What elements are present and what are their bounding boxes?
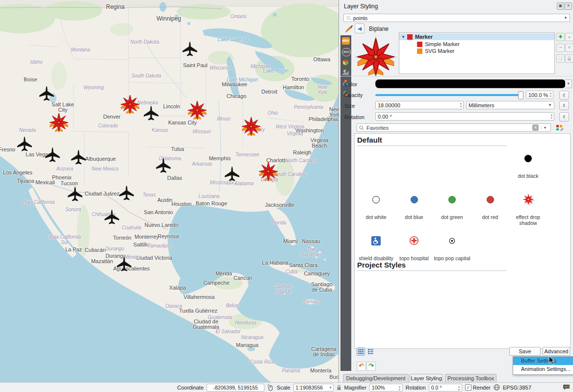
scale-lock-icon[interactable] — [337, 385, 341, 391]
mouse-tracking-icon[interactable] — [267, 384, 274, 391]
crs-value: EPSG:3857 — [503, 385, 531, 391]
topo-hospital-icon — [409, 236, 419, 245]
coordinate-label: Coordinate — [177, 385, 204, 391]
style-item-label: dot black — [509, 173, 547, 179]
style-item-effect-drop-shadow[interactable]: effect drop shadow — [509, 189, 547, 228]
rotation-data-defined-icon[interactable]: ε — [559, 112, 569, 122]
qgis-window: ReginaWinnipegSaint PaulOttawaTorontoHam… — [0, 0, 573, 392]
close-panel-icon[interactable]: ✕ — [565, 2, 572, 10]
search-icon — [359, 125, 364, 130]
color-dropdown-arrow[interactable]: ▼ — [565, 79, 572, 88]
opacity-value: 100.0 % — [528, 92, 548, 98]
search-filter-arrow-icon[interactable]: ▼ — [541, 126, 548, 129]
size-spinbox[interactable]: 18.00000 ▲▼ — [375, 101, 464, 109]
dock-tab-layer-styling[interactable]: Layer Styling — [410, 374, 443, 383]
scale-combo[interactable]: 1:19083556 ▼ — [293, 384, 334, 392]
labels-tab-icon[interactable]: abc — [342, 37, 350, 45]
spin-arrows-icon[interactable]: ▲▼ — [460, 102, 462, 108]
panel-title: Layer Styling — [344, 3, 378, 10]
opacity-spinbox[interactable]: 100.0 % ▲▼ — [526, 91, 553, 99]
icon-view-button[interactable] — [357, 347, 365, 356]
size-label: Size — [344, 103, 355, 109]
move-up-button[interactable]: ▲ — [565, 33, 573, 41]
tree-row-simple-marker[interactable]: Simple Marker — [399, 41, 572, 48]
lock-color-button[interactable] — [565, 54, 573, 63]
dock-tab-processing-toolbox[interactable]: Processing Toolbox — [445, 374, 496, 382]
symbology-tab-icon[interactable] — [344, 24, 354, 34]
style-manager-button[interactable] — [555, 123, 565, 132]
size-data-defined-icon[interactable]: ε — [559, 101, 569, 110]
back-button[interactable]: ◀ — [355, 24, 365, 33]
render-checkbox-group[interactable]: ✓ Render — [465, 384, 491, 391]
symbol-layer-tree: ▼ Marker Simple Marker SVG Marker — [399, 32, 555, 74]
float-panel-icon[interactable]: ▣ — [557, 2, 564, 10]
style-item-dot-blue[interactable]: dot blue — [395, 189, 433, 228]
advanced-button[interactable]: Advanced ▼ — [543, 347, 570, 356]
undo-button[interactable]: ↶ — [357, 362, 366, 371]
magnifier-value: 100% — [372, 385, 385, 391]
dock-tab-debugging-development-tools[interactable]: Debugging/Development Tools — [343, 374, 409, 382]
chevron-down-icon: ▼ — [564, 16, 568, 20]
magnifier-label: Magnifier — [344, 385, 366, 391]
spin-arrows-icon[interactable]: ▲▼ — [398, 385, 401, 391]
clear-search-icon[interactable]: ✕ — [532, 124, 539, 131]
crs-globe-icon[interactable] — [494, 384, 500, 391]
move-down-button[interactable]: ▼ — [565, 44, 573, 52]
opacity-slider-handle[interactable] — [518, 91, 523, 99]
expand-arrow-icon[interactable]: ▼ — [401, 35, 405, 39]
spin-arrows-icon[interactable]: ▲▼ — [549, 92, 552, 98]
tree-row-marker[interactable]: ▼ Marker — [399, 33, 554, 40]
diagrams-tab-icon[interactable] — [342, 69, 350, 76]
size-unit-value: Millimeters — [469, 102, 495, 108]
style-search-input[interactable]: Favorites ✕ ▼ — [357, 123, 551, 132]
dot-white-icon — [372, 196, 380, 203]
save-symbol-button[interactable]: Save Symbol... — [509, 347, 541, 356]
scale-label: Scale — [277, 385, 290, 391]
style-item-dot-black[interactable]: dot black — [509, 147, 547, 187]
layer-selector[interactable]: points ▼ — [343, 14, 570, 22]
shield-disability-icon — [371, 236, 381, 245]
redo-button[interactable]: ↷ — [366, 362, 376, 371]
style-item-topo-pop-capital[interactable]: topo pop capital — [433, 230, 471, 269]
rotation-status-label: Rotation — [406, 385, 426, 391]
style-item-dot-white[interactable]: dot white — [357, 189, 395, 228]
opacity-data-defined-icon[interactable]: ε — [559, 91, 569, 100]
add-symbol-layer-button[interactable]: ✚ — [556, 33, 565, 41]
style-browser: Default dot blackdot whitedot bluedot gr… — [354, 133, 571, 349]
messages-icon[interactable] — [563, 384, 570, 391]
section-title-default: Default — [357, 136, 382, 144]
chevron-down-icon: ▼ — [329, 384, 332, 391]
duplicate-button[interactable]: ❏ — [556, 54, 565, 63]
symbol-name: Biplane — [369, 25, 389, 32]
menu-item-animation-settings[interactable]: Animation Settings... — [513, 365, 573, 373]
spin-arrows-icon[interactable]: ▲▼ — [550, 113, 553, 119]
render-checkbox[interactable]: ✓ — [465, 384, 471, 391]
remove-symbol-layer-button[interactable]: ━ — [556, 44, 565, 52]
rotation-status-spinbox[interactable]: 0.0 ° ▲▼ — [429, 384, 462, 392]
section-title-project-styles: Project Styles — [357, 261, 406, 269]
opacity-slider-track[interactable] — [375, 94, 521, 96]
tree-child-label: Simple Marker — [425, 41, 460, 47]
style-item-dot-red[interactable]: dot red — [471, 189, 509, 228]
layer-styling-panel: Layer Styling ▣ ✕ points ▼ ◀ Biplane abc — [340, 0, 573, 373]
menu-item-buffer-settings[interactable]: Buffer Settings — [513, 357, 573, 365]
size-unit-combo[interactable]: Millimeters ▼ — [466, 101, 554, 109]
masks-tab-icon[interactable]: abc — [342, 48, 351, 56]
rotation-spinbox[interactable]: 0.00 ° ▲▼ — [375, 112, 554, 121]
color-button[interactable] — [375, 79, 566, 88]
simple-marker-swatch — [417, 42, 422, 47]
3d-view-tab-icon[interactable] — [342, 59, 350, 66]
render-label: Render — [473, 385, 491, 391]
topo-pop-capital-icon — [449, 238, 455, 244]
back-arrow-icon: ◀ — [358, 25, 362, 31]
tree-row-svg-marker[interactable]: SVG Marker — [399, 48, 572, 54]
list-view-button[interactable] — [366, 347, 375, 356]
style-item-label: dot blue — [395, 214, 433, 220]
map-canvas[interactable]: ReginaWinnipegSaint PaulOttawaTorontoHam… — [0, 0, 339, 382]
marker-color-swatch — [407, 34, 413, 40]
advanced-menu: Buffer SettingsAnimation Settings... — [513, 356, 573, 375]
coordinate-input[interactable]: -8206399, 5199155 — [207, 384, 264, 392]
magnifier-spinbox[interactable]: 100% ▲▼ — [369, 384, 403, 392]
spin-arrows-icon[interactable]: ▲▼ — [458, 385, 460, 391]
style-item-dot-green[interactable]: dot green — [433, 189, 471, 228]
